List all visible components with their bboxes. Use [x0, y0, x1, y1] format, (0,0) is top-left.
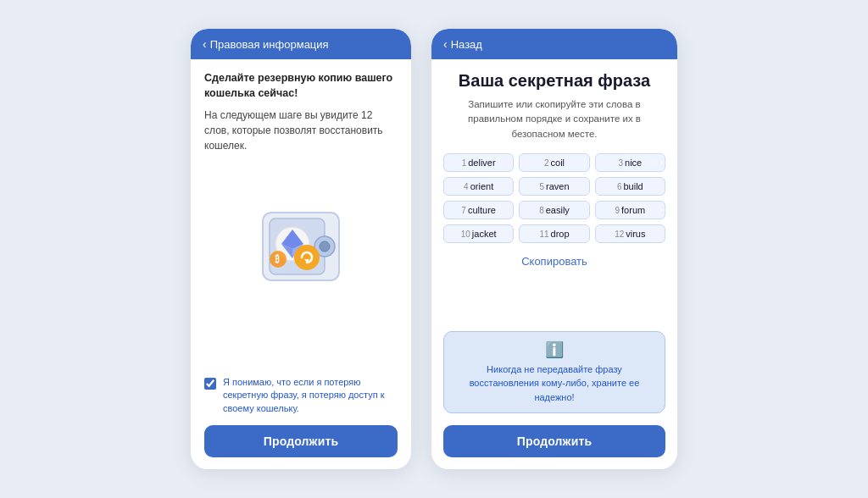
seed-word-2: 2coil [519, 153, 589, 172]
checkbox-row: Я понимаю, что если я потеряю секретную … [204, 376, 398, 415]
left-panel-desc: На следующем шаге вы увидите 12 слов, ко… [204, 108, 398, 153]
seed-word-12: 12virus [595, 224, 665, 243]
seed-word-6: 6build [595, 177, 665, 196]
seed-word-5: 5raven [519, 177, 589, 196]
seed-words-grid: 1deliver2coil3nice4orient5raven6build7cu… [431, 153, 677, 243]
seed-word-8: 8easily [519, 201, 589, 219]
svg-text:₿: ₿ [275, 254, 280, 264]
seed-word-10: 10jacket [443, 224, 514, 243]
seed-word-11: 11drop [519, 224, 589, 243]
svg-point-3 [320, 241, 330, 252]
seed-word-1: 1deliver [443, 153, 514, 172]
panels-wrapper: ‹ Правовая информация Сделайте резервную… [191, 29, 677, 469]
back-chevron-icon: ‹ [203, 37, 207, 51]
left-panel-body: Сделайте резервную копию вашего кошелька… [191, 59, 411, 469]
right-nav[interactable]: ‹ Назад [431, 29, 677, 59]
safe-illustration: ₿ [204, 162, 398, 324]
warning-box: ℹ️ Никогда не передавайте фразу восстано… [443, 331, 665, 414]
seed-word-9: 9forum [595, 201, 665, 219]
agreement-checkbox[interactable] [204, 378, 216, 390]
left-continue-button[interactable]: Продолжить [204, 425, 398, 457]
left-nav-label[interactable]: Правовая информация [210, 38, 329, 51]
left-nav[interactable]: ‹ Правовая информация [191, 29, 411, 59]
seed-word-3: 3nice [595, 153, 665, 172]
right-panel: ‹ Назад Ваша секретная фраза Запишите ил… [431, 29, 677, 469]
left-panel-title: Сделайте резервную копию вашего кошелька… [204, 71, 398, 101]
warning-icon: ℹ️ [454, 340, 654, 359]
right-panel-desc: Запишите или скопируйте эти слова в прав… [431, 97, 677, 141]
warning-text: Никогда не передавайте фразу восстановле… [454, 362, 654, 405]
right-nav-label[interactable]: Назад [451, 38, 482, 51]
checkbox-label: Я понимаю, что если я потеряю секретную … [223, 376, 398, 415]
right-back-chevron-icon: ‹ [443, 37, 448, 51]
right-panel-title: Ваша секретная фраза [431, 71, 677, 91]
svg-point-8 [294, 245, 320, 270]
seed-word-4: 4orient [443, 177, 514, 196]
right-continue-button[interactable]: Продолжить [443, 425, 665, 457]
left-panel: ‹ Правовая информация Сделайте резервную… [191, 29, 411, 469]
seed-word-7: 7culture [443, 201, 514, 219]
copy-button[interactable]: Скопировать [431, 255, 677, 268]
